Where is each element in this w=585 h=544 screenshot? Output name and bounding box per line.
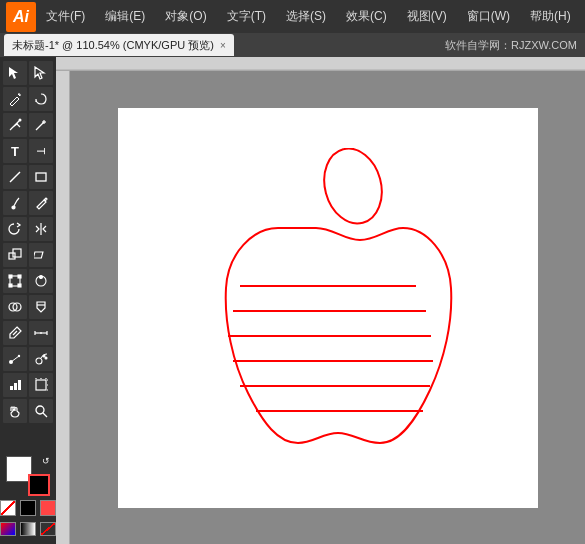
title-bar: Ai 文件(F) 编辑(E) 对象(O) 文字(T) 选择(S) 效果(C) 视… xyxy=(0,0,585,33)
live-paint-bucket-tool[interactable] xyxy=(29,295,53,319)
menu-object[interactable]: 对象(O) xyxy=(161,6,210,27)
svg-point-29 xyxy=(36,358,42,364)
tool-row-8 xyxy=(3,243,53,267)
puppet-warp-tool[interactable] xyxy=(29,269,53,293)
tool-row-6 xyxy=(3,191,53,215)
menu-type[interactable]: 文字(T) xyxy=(223,6,270,27)
menu-window[interactable]: 窗口(W) xyxy=(463,6,514,27)
rectangle-tool[interactable] xyxy=(29,165,53,189)
svg-marker-1 xyxy=(35,67,44,79)
menu-select[interactable]: 选择(S) xyxy=(282,6,330,27)
svg-rect-15 xyxy=(9,284,12,287)
stroke-box[interactable] xyxy=(28,474,50,496)
menu-effect[interactable]: 效果(C) xyxy=(342,6,391,27)
tool-row-13 xyxy=(3,373,53,397)
svg-rect-13 xyxy=(9,275,12,278)
toolbar: T T xyxy=(0,57,56,544)
none-swatch[interactable] xyxy=(0,500,16,516)
ruler-top: /* ticks drawn inline below */ xyxy=(56,57,585,71)
svg-rect-16 xyxy=(18,284,21,287)
artboard-tool[interactable] xyxy=(29,373,53,397)
canvas-inner[interactable] xyxy=(70,71,585,544)
add-anchor-tool[interactable] xyxy=(29,113,53,137)
apple-logo-svg xyxy=(198,148,458,468)
color-swatches xyxy=(0,500,56,516)
svg-rect-14 xyxy=(18,275,21,278)
app-logo: Ai xyxy=(6,2,36,32)
menu-bar: 文件(F) 编辑(E) 对象(O) 文字(T) 选择(S) 效果(C) 视图(V… xyxy=(42,6,575,27)
svg-rect-35 xyxy=(36,380,46,390)
tool-row-11 xyxy=(3,321,53,345)
tool-row-9 xyxy=(3,269,53,293)
white-canvas xyxy=(118,108,538,508)
pen-tool[interactable] xyxy=(3,113,27,137)
menu-file[interactable]: 文件(F) xyxy=(42,6,89,27)
tool-row-2 xyxy=(3,87,53,111)
tool-row-5 xyxy=(3,165,53,189)
fill-stroke-indicator[interactable]: ↺ xyxy=(6,456,50,496)
type-tool[interactable]: T xyxy=(3,139,27,163)
line-segment-tool[interactable] xyxy=(3,165,27,189)
tool-row-1 xyxy=(3,61,53,85)
paintbrush-tool[interactable] xyxy=(3,191,27,215)
zoom-tool[interactable] xyxy=(29,399,53,423)
shape-builder-tool[interactable] xyxy=(3,295,27,319)
shear-tool[interactable] xyxy=(29,243,53,267)
tool-row-4: T T xyxy=(3,139,53,163)
tab-title: 未标题-1* @ 110.54% (CMYK/GPU 预览) xyxy=(12,38,214,53)
tool-row-10 xyxy=(3,295,53,319)
color-mode-buttons xyxy=(0,522,56,536)
svg-rect-11 xyxy=(34,252,43,258)
svg-rect-34 xyxy=(18,380,21,390)
selection-tool[interactable] xyxy=(3,61,27,85)
svg-line-28 xyxy=(11,356,19,362)
hand-tool[interactable] xyxy=(3,399,27,423)
svg-marker-0 xyxy=(9,67,18,79)
reflect-tool[interactable] xyxy=(29,217,53,241)
ruler-left xyxy=(56,71,70,544)
blend-tool[interactable] xyxy=(3,347,27,371)
tab-bar: 未标题-1* @ 110.54% (CMYK/GPU 预览) × 软件自学网：R… xyxy=(0,33,585,57)
menu-help[interactable]: 帮助(H) xyxy=(526,6,575,27)
svg-point-18 xyxy=(40,276,43,279)
measure-tool[interactable] xyxy=(29,321,53,345)
symbol-sprayer-tool[interactable] xyxy=(29,347,53,371)
canvas-area[interactable]: /* ticks drawn inline below */ xyxy=(56,57,585,544)
black-swatch[interactable] xyxy=(20,500,36,516)
bar-graph-tool[interactable] xyxy=(3,373,27,397)
tool-row-3 xyxy=(3,113,53,137)
menu-view[interactable]: 视图(V) xyxy=(403,6,451,27)
svg-line-21 xyxy=(13,331,17,335)
gradient-mode-button[interactable] xyxy=(20,522,36,536)
svg-rect-32 xyxy=(10,386,13,390)
brand-text: 软件自学网：RJZXW.COM xyxy=(445,38,577,53)
tab-close-button[interactable]: × xyxy=(220,40,226,51)
svg-point-30 xyxy=(43,355,45,357)
direct-selection-tool[interactable] xyxy=(29,61,53,85)
svg-point-7 xyxy=(12,206,15,209)
menu-edit[interactable]: 编辑(E) xyxy=(101,6,149,27)
eyedropper-tool[interactable] xyxy=(3,321,27,345)
svg-point-42 xyxy=(36,406,44,414)
svg-point-31 xyxy=(45,357,47,359)
active-tab[interactable]: 未标题-1* @ 110.54% (CMYK/GPU 预览) × xyxy=(4,34,234,56)
rotate-tool[interactable] xyxy=(3,217,27,241)
red-swatch[interactable] xyxy=(40,500,56,516)
main-area: T T xyxy=(0,57,585,544)
lasso-tool[interactable] xyxy=(29,87,53,111)
scale-tool[interactable] xyxy=(3,243,27,267)
pencil-tool[interactable] xyxy=(29,191,53,215)
tool-row-7 xyxy=(3,217,53,241)
none-mode-button[interactable] xyxy=(40,522,56,536)
vertical-type-tool[interactable]: T xyxy=(29,139,53,163)
color-mode-button[interactable] xyxy=(0,522,16,536)
free-transform-tool[interactable] xyxy=(3,269,27,293)
svg-point-45 xyxy=(316,148,390,230)
tool-row-12 xyxy=(3,347,53,371)
svg-rect-6 xyxy=(36,173,46,181)
magic-wand-tool[interactable] xyxy=(3,87,27,111)
svg-line-5 xyxy=(10,172,20,182)
svg-point-2 xyxy=(19,119,22,122)
svg-rect-33 xyxy=(14,383,17,390)
reset-icon[interactable]: ↺ xyxy=(42,456,50,466)
